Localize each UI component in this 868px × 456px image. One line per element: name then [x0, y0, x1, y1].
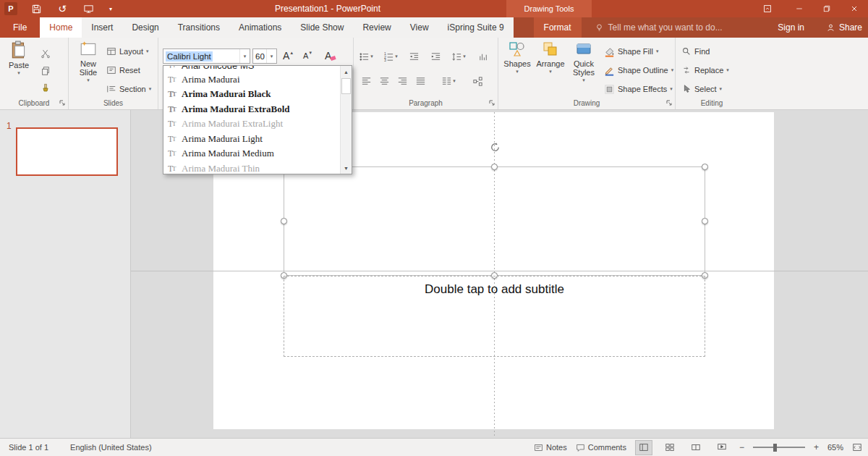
zoom-out-button[interactable]: −	[739, 442, 744, 452]
arrange-button[interactable]: Arrange ▾	[535, 41, 566, 74]
paragraph-dialog-launcher-icon[interactable]	[488, 99, 495, 106]
slide-thumbnail[interactable]	[16, 127, 118, 176]
paste-button[interactable]: Paste ▾	[5, 41, 33, 75]
shape-fill-button[interactable]: Shape Fill ▾	[604, 44, 658, 59]
font-size-caret-icon[interactable]: ▾	[266, 49, 276, 63]
new-slide-button[interactable]: New Slide ▾	[73, 41, 103, 83]
tab-insert[interactable]: Insert	[82, 17, 122, 38]
bullets-icon[interactable]: ▾	[358, 49, 374, 64]
shape-effects-button[interactable]: Shape Effects ▾	[604, 82, 673, 96]
decrease-font-size-button[interactable]: A ▼	[303, 49, 312, 64]
clear-formatting-button[interactable]: A	[325, 49, 336, 64]
close-button[interactable]	[841, 0, 868, 17]
cut-icon[interactable]	[38, 46, 54, 61]
text-direction-icon[interactable]	[475, 49, 491, 64]
rotate-handle-icon[interactable]	[489, 141, 501, 153]
font-option[interactable]: TT Arima Madurai ExtraBold	[163, 102, 340, 117]
decrease-indent-icon[interactable]	[406, 49, 422, 64]
subtitle-placeholder[interactable]: Double tap to add subtitle	[284, 276, 705, 357]
font-option[interactable]: TT Arima Madurai	[163, 72, 340, 87]
start-slideshow-icon[interactable]	[81, 1, 95, 16]
increase-indent-icon[interactable]	[427, 49, 443, 64]
font-dropdown-scrollbar[interactable]: ▲ ▼	[340, 66, 352, 174]
notes-button[interactable]: Notes	[534, 443, 567, 452]
normal-view-button[interactable]	[635, 440, 652, 455]
shape-outline-button[interactable]: Shape Outline ▾	[604, 63, 673, 77]
slide-sorter-view-button[interactable]	[661, 440, 678, 455]
font-option[interactable]: TT Arima Madurai Thin	[163, 161, 340, 174]
tab-slide-show[interactable]: Slide Show	[291, 17, 353, 38]
numbering-icon[interactable]: 123 ▾	[383, 49, 399, 64]
quick-styles-button[interactable]: Quick Styles ▾	[568, 41, 600, 83]
font-option[interactable]: TT Arial Unicode MS	[163, 66, 340, 72]
columns-icon[interactable]: ▾	[441, 74, 456, 88]
comments-button[interactable]: Comments	[576, 443, 626, 452]
find-button[interactable]: Find	[681, 44, 710, 59]
tab-format[interactable]: Format	[534, 17, 582, 38]
section-label: Section	[119, 85, 146, 93]
zoom-slider-thumb[interactable]	[773, 444, 777, 452]
tab-home[interactable]: Home	[40, 17, 82, 38]
slideshow-view-button[interactable]	[713, 440, 731, 455]
increase-font-size-button[interactable]: A ▲	[283, 49, 294, 64]
tell-me-box[interactable]: Tell me what you want to do...	[595, 17, 723, 38]
resize-handle-top-right[interactable]	[702, 164, 708, 170]
align-right-icon[interactable]	[394, 74, 410, 88]
tab-design[interactable]: Design	[122, 17, 168, 38]
reading-view-button[interactable]	[687, 440, 705, 455]
replace-label: Replace	[694, 66, 723, 75]
tab-ispring-suite[interactable]: iSpring Suite 9	[438, 17, 514, 38]
language-status[interactable]: English (United States)	[70, 443, 152, 452]
scroll-down-icon[interactable]: ▼	[341, 162, 352, 174]
tab-transitions[interactable]: Transitions	[169, 17, 229, 38]
qat-customize-caret-icon[interactable]: ▾	[107, 1, 114, 16]
font-option[interactable]: TT Arima Madurai Medium	[163, 146, 340, 161]
font-option[interactable]: TT Arima Madurai Black	[163, 87, 340, 101]
font-name-caret-icon[interactable]: ▾	[239, 49, 250, 63]
resize-handle-top-center[interactable]	[491, 164, 498, 170]
resize-handle-middle-left[interactable]	[281, 218, 287, 224]
tab-view[interactable]: View	[401, 17, 438, 38]
drawing-dialog-launcher-icon[interactable]	[665, 99, 673, 106]
zoom-percentage[interactable]: 65%	[827, 443, 843, 452]
minimize-button[interactable]	[786, 0, 813, 17]
editing-group: Find Replace ▾ Select ▾ Editing	[676, 38, 748, 109]
tab-animations[interactable]: Animations	[229, 17, 291, 38]
tab-file[interactable]: File	[0, 17, 40, 38]
align-left-icon[interactable]	[358, 74, 374, 88]
layout-button[interactable]: Layout ▾	[106, 44, 149, 59]
zoom-in-button[interactable]: +	[814, 442, 819, 452]
font-size-combo[interactable]: 60 ▾	[252, 48, 277, 64]
line-spacing-icon[interactable]: ▾	[451, 49, 467, 64]
fit-slide-to-window-button[interactable]	[852, 442, 862, 452]
reset-button[interactable]: Reset	[106, 63, 140, 77]
restore-button[interactable]	[813, 0, 841, 17]
scrollbar-thumb[interactable]	[341, 78, 351, 94]
zoom-slider[interactable]	[753, 443, 805, 452]
share-button[interactable]: Share	[826, 17, 862, 38]
resize-handle-middle-right[interactable]	[702, 218, 708, 224]
powerpoint-app-icon[interactable]: P	[4, 2, 17, 15]
section-button[interactable]: Section ▾	[106, 82, 151, 96]
sign-in-button[interactable]: Sign in	[778, 17, 804, 38]
replace-button[interactable]: Replace ▾	[681, 63, 729, 77]
format-painter-icon[interactable]	[38, 81, 54, 96]
title-placeholder-selected[interactable]	[284, 166, 705, 276]
justify-icon[interactable]	[412, 74, 428, 88]
font-option[interactable]: TT Arima Madurai Light	[163, 132, 340, 146]
scroll-up-icon[interactable]: ▲	[341, 66, 352, 77]
shapes-button[interactable]: Shapes ▾	[503, 41, 532, 74]
font-size-value: 60	[255, 52, 265, 61]
copy-icon[interactable]	[38, 64, 54, 78]
slide-info[interactable]: Slide 1 of 1	[9, 443, 48, 452]
tab-review[interactable]: Review	[353, 17, 400, 38]
select-button[interactable]: Select ▾	[681, 82, 722, 96]
convert-smartart-icon[interactable]	[469, 74, 485, 88]
undo-icon[interactable]: ↺	[55, 1, 69, 16]
font-option[interactable]: TT Arima Madurai ExtraLight	[163, 117, 340, 131]
ribbon-display-options-button[interactable]	[754, 0, 781, 17]
font-name-combo[interactable]: Calibri Light ▾	[163, 48, 250, 64]
save-icon[interactable]	[29, 1, 43, 16]
clipboard-dialog-launcher-icon[interactable]	[59, 99, 66, 106]
align-center-icon[interactable]	[376, 74, 392, 88]
